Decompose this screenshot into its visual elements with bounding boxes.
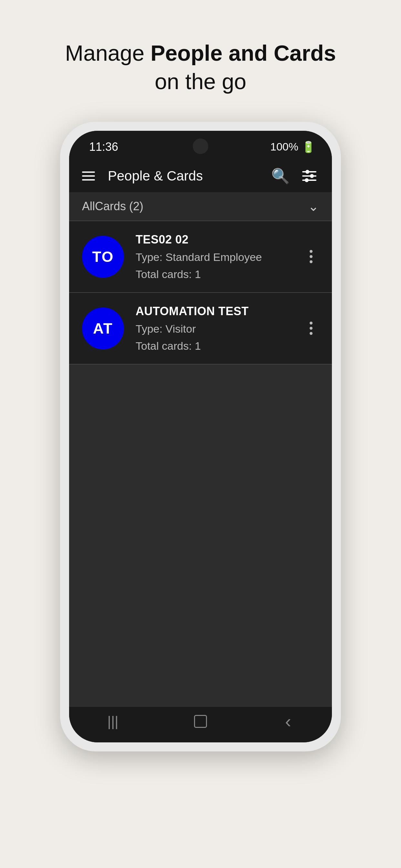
chevron-down-icon: ⌄	[308, 199, 319, 214]
headline-prefix: Manage	[65, 41, 150, 65]
avatar: AT	[82, 307, 124, 349]
battery-indicator: 100%	[270, 141, 298, 153]
content-area	[69, 365, 332, 707]
status-time: 11:36	[89, 140, 118, 154]
person-menu-button[interactable]	[303, 321, 319, 335]
home-icon	[194, 715, 207, 728]
person-cards: Total cards: 1	[135, 340, 291, 352]
person-cards: Total cards: 1	[135, 268, 291, 281]
avatar-initials: TO	[92, 248, 114, 266]
filter-label: AllCards (2)	[82, 199, 143, 213]
camera-notch	[193, 138, 208, 154]
avatar: TO	[82, 236, 124, 278]
person-info: AUTOMATION TEST Type: Visitor Total card…	[135, 305, 291, 352]
search-button[interactable]: 🔍	[271, 166, 290, 186]
person-name: AUTOMATION TEST	[135, 305, 291, 318]
recent-apps-button[interactable]: |||	[100, 712, 126, 731]
battery-icon: 🔋	[302, 141, 315, 153]
person-item[interactable]: AT AUTOMATION TEST Type: Visitor Total c…	[69, 293, 332, 364]
filter-button[interactable]	[300, 166, 319, 186]
person-menu-button[interactable]	[303, 250, 319, 263]
headline-bold: People and Cards	[150, 41, 336, 65]
status-right: 100% 🔋	[270, 141, 315, 153]
avatar-initials: AT	[93, 320, 113, 337]
three-dots-icon	[310, 250, 312, 263]
bottom-navigation: ||| ‹	[69, 707, 332, 742]
three-dots-icon	[310, 321, 312, 335]
person-item[interactable]: TO TES02 02 Type: Standard Employee Tota…	[69, 221, 332, 292]
back-icon: ‹	[285, 711, 291, 732]
person-type: Type: Visitor	[135, 322, 291, 335]
recent-apps-icon: |||	[107, 713, 119, 730]
person-type: Type: Standard Employee	[135, 251, 291, 264]
person-info: TES02 02 Type: Standard Employee Total c…	[135, 233, 291, 281]
hamburger-button[interactable]	[82, 172, 95, 181]
app-header: People & Cards 🔍	[69, 160, 332, 192]
back-button[interactable]: ‹	[275, 712, 301, 731]
sliders-icon	[302, 171, 316, 181]
phone-screen: 11:36 100% 🔋 People & Cards 🔍	[69, 131, 332, 742]
app-title: People & Cards	[108, 168, 261, 184]
headline-suffix: on the go	[155, 69, 246, 94]
page-headline: Manage People and Cards on the go	[55, 39, 346, 96]
person-name: TES02 02	[135, 233, 291, 246]
home-button[interactable]	[188, 712, 213, 731]
phone-shell: 11:36 100% 🔋 People & Cards 🔍	[60, 122, 341, 751]
filter-bar[interactable]: AllCards (2) ⌄	[69, 192, 332, 221]
